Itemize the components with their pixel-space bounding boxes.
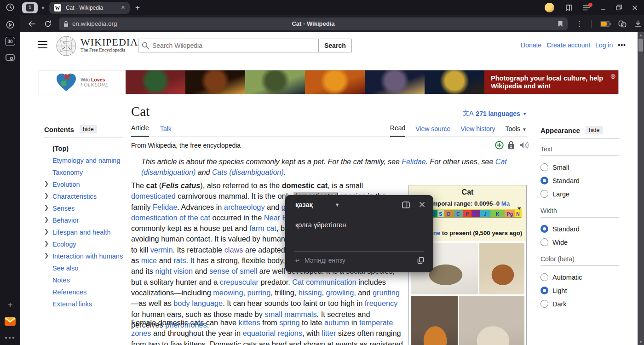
profile-avatar[interactable] — [545, 3, 554, 12]
toc-expand-icon[interactable]: ❯ — [44, 216, 49, 223]
radio-icon[interactable] — [540, 163, 548, 171]
scroll-up-arrow[interactable]: ▲ — [638, 33, 644, 37]
article-link[interactable]: rats — [173, 256, 186, 264]
media-play-icon[interactable] — [6, 20, 15, 29]
history-clock-icon[interactable] — [6, 3, 15, 12]
tab-article[interactable]: Article — [131, 121, 149, 137]
scrollbar-thumb[interactable] — [638, 39, 643, 52]
radio-icon[interactable] — [540, 287, 548, 294]
new-tab-plus-icon[interactable]: + — [7, 300, 12, 310]
article-link[interactable]: Felidae — [402, 158, 426, 166]
radio-color-beta-dark[interactable]: Dark — [540, 297, 619, 310]
tab-tools[interactable]: Tools ▼ — [506, 122, 527, 137]
cat-photo[interactable] — [411, 296, 458, 345]
site-lock-icon[interactable] — [63, 21, 69, 27]
calendar-30-icon[interactable]: 30 — [5, 37, 15, 46]
timescale-segment-n[interactable]: N — [515, 210, 521, 217]
back-icon[interactable] — [28, 21, 36, 27]
wikipedia-globe-logo[interactable] — [56, 35, 77, 57]
restore-button[interactable] — [616, 5, 622, 11]
article-link[interactable]: Cats (disambiguation) — [212, 168, 284, 176]
scroll-down-arrow[interactable]: ▼ — [638, 340, 644, 344]
toc-item-evolution[interactable]: ❯Evolution — [44, 178, 123, 190]
open-sidebar-icon[interactable] — [402, 201, 410, 208]
article-link[interactable]: purring — [247, 288, 271, 297]
article-link[interactable]: sense of smell — [209, 267, 257, 275]
tab-close-icon[interactable]: ✕ — [121, 5, 125, 11]
good-article-plus-icon[interactable] — [495, 141, 504, 150]
donate-link[interactable]: Donate — [521, 41, 541, 49]
workspace-switcher[interactable]: 1 — [22, 2, 38, 13]
downloads-icon[interactable] — [635, 20, 641, 27]
bookmarks-library-icon[interactable] — [564, 4, 573, 12]
address-bar[interactable]: en.wikipedia.org Cat - Wikipedia — [59, 17, 568, 30]
toc-hide-button[interactable]: hide — [80, 125, 97, 133]
toc-item-behavior[interactable]: ❯Behavior — [44, 214, 123, 226]
rail-overflow-icon[interactable]: ●●● — [5, 335, 16, 340]
user-menu-ellipsis-icon[interactable]: ••• — [618, 41, 626, 49]
toc-item-senses[interactable]: ❯Senses — [44, 202, 123, 214]
timescale-segment-pg[interactable]: Pg — [505, 210, 515, 217]
article-link[interactable]: archaeology — [224, 203, 265, 211]
protection-lock-icon[interactable] — [507, 141, 515, 150]
timescale-segment-k[interactable]: K — [490, 210, 505, 217]
article-link[interactable]: autumn — [324, 318, 349, 327]
article-link[interactable]: vermin — [150, 246, 173, 254]
close-window-button[interactable] — [632, 5, 638, 11]
toc-expand-icon[interactable]: ❯ — [44, 192, 49, 199]
radio-icon[interactable] — [540, 273, 548, 281]
article-link[interactable]: hissing — [299, 288, 322, 297]
banner-close-icon[interactable]: ⊗ — [610, 72, 616, 80]
radio-color-beta-light[interactable]: Light — [540, 284, 619, 297]
toc-item-characteristics[interactable]: ❯Characteristics — [44, 190, 123, 202]
radio-icon[interactable] — [540, 238, 548, 246]
wikipedia-wordmark[interactable]: WIKIPEDIA The Free Encyclopedia — [80, 37, 138, 52]
toc-item-external-links[interactable]: External links — [44, 298, 123, 310]
article-link[interactable]: small mammals — [265, 310, 317, 318]
toc-item-see-also[interactable]: See also — [44, 262, 123, 274]
page-scrollbar[interactable]: ▲ ▼ — [638, 32, 644, 345]
article-link[interactable]: growling — [326, 288, 354, 297]
cat-photo[interactable] — [479, 243, 524, 294]
timescale-segment-s[interactable]: S — [437, 210, 444, 217]
toc-item-top[interactable]: (Top) — [44, 143, 123, 155]
wiki-loves-folklore-banner[interactable]: Wiki Loves FOLKLORE Photograph your loca… — [39, 70, 619, 94]
toc-item-notes[interactable]: Notes — [44, 274, 123, 286]
appearance-hide-button[interactable]: hide — [586, 126, 603, 134]
cat-photo[interactable] — [459, 296, 524, 345]
banner-cta[interactable]: Photograph your local culture, help Wiki… — [484, 70, 618, 94]
tab-cat-wikipedia[interactable]: W Cat - Wikipedia ✕ — [49, 2, 130, 14]
radio-text-small[interactable]: Small — [540, 161, 619, 174]
timescale-segment-j[interactable]: J — [480, 210, 490, 217]
article-link[interactable]: domesticated — [131, 192, 176, 200]
toc-item-taxonomy[interactable]: Taxonomy — [44, 167, 123, 178]
article-link[interactable]: meowing — [213, 288, 243, 297]
radio-text-standard[interactable]: Standard — [540, 174, 619, 187]
timescale-segment-p[interactable]: P — [463, 210, 472, 217]
toc-item-lifespan-and-health[interactable]: ❯Lifespan and health — [44, 226, 123, 238]
radio-icon[interactable] — [540, 190, 548, 198]
timescale-segment-d[interactable]: D — [444, 210, 454, 217]
radio-color-beta-automatic[interactable]: Automatic — [540, 270, 619, 284]
article-link[interactable]: farm cat — [249, 224, 276, 232]
toc-item-interaction-with-humans[interactable]: ❯Interaction with humans — [44, 250, 123, 262]
minimize-button[interactable] — [600, 5, 606, 11]
article-link[interactable]: spring — [279, 318, 299, 327]
popup-input-placeholder[interactable]: Мәтінді енгізу — [305, 257, 345, 264]
workspace-chevron-icon[interactable]: ▼ — [40, 5, 46, 11]
radio-width-standard[interactable]: Standard — [540, 222, 619, 236]
search-input[interactable] — [138, 39, 318, 52]
article-link[interactable]: claws — [224, 246, 243, 254]
article-link[interactable]: grunting — [373, 288, 400, 297]
ma-link[interactable]: Ma — [501, 200, 510, 207]
timescale-segment-t[interactable]: T — [472, 210, 480, 217]
create-account-link[interactable]: Create account — [546, 41, 590, 49]
article-link[interactable]: crepuscular — [220, 278, 259, 286]
toc-expand-icon[interactable]: ❯ — [44, 204, 49, 211]
radio-icon[interactable] — [540, 225, 548, 233]
app-menu-icon[interactable] — [583, 5, 590, 11]
bookmark-star-icon[interactable] — [558, 20, 563, 27]
tab-talk[interactable]: Talk — [160, 122, 172, 137]
battery-extension-icon[interactable] — [600, 21, 610, 27]
article-link[interactable]: Felidae — [153, 203, 177, 211]
